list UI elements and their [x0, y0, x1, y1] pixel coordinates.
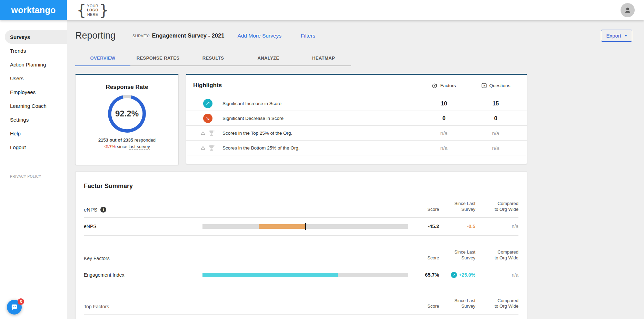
engagement-index-row: Engagement Index 65.7% ↗ +25.0% n/a — [84, 266, 518, 284]
questions-value: n/a — [470, 145, 522, 151]
highlights-footer-spacer — [186, 155, 527, 164]
factor-summary-card: Factor Summary eNPS i Score Since Last S… — [75, 171, 527, 319]
score-column-header: Score — [412, 255, 439, 261]
worktango-logo[interactable]: worktango — [0, 0, 67, 20]
response-delta-mid: since — [116, 144, 129, 149]
main-content: Reporting SURVEY: Engagement Survey - 20… — [67, 20, 644, 319]
enps-compared-value: n/a — [475, 224, 518, 229]
brand-text: worktango — [11, 5, 56, 15]
last-survey-link[interactable]: last survey — [129, 144, 150, 150]
response-rate-percent: 92.2% — [108, 95, 146, 133]
tab-results[interactable]: RESULTS — [186, 52, 241, 66]
survey-name: Engagement Survey - 2021 — [152, 32, 224, 39]
enps-zero-marker — [305, 223, 306, 230]
highlight-label: Scores in the Top 25% of the Org. — [222, 131, 418, 136]
highlight-row-top25: Scores in the Top 25% of the Org. n/a n/… — [186, 125, 527, 140]
svg-text:?: ? — [483, 84, 485, 87]
sidebar-item-employees[interactable]: Employees — [0, 85, 67, 99]
highlight-label: Scores in the Bottom 25% of the Org. — [222, 145, 418, 151]
enps-row-label: eNPS — [84, 224, 170, 229]
engagement-index-label: Engagement Index — [84, 272, 170, 278]
sidebar-item-action-planning[interactable]: Action Planning — [0, 58, 67, 71]
enps-section-header: eNPS i Score Since Last Survey Compared … — [84, 201, 518, 217]
target-arrow-icon — [432, 83, 438, 89]
top-factors-section-header: Top Factors Score Since Last Survey Comp… — [84, 298, 518, 315]
enps-bar-segment — [259, 224, 305, 229]
sidebar-item-learning-coach[interactable]: Learning Coach — [0, 99, 67, 113]
export-button[interactable]: Export ▾ — [601, 30, 632, 42]
logo-line-2: LOGO — [87, 8, 98, 12]
enps-label: eNPS — [84, 207, 97, 213]
questions-value: 15 — [470, 100, 522, 107]
sidebar-nav: Surveys Trends Action Planning Users Emp… — [0, 20, 67, 154]
score-column-header: Score — [412, 303, 439, 309]
logo-line-3: HERE — [87, 12, 98, 17]
enps-bar-track — [202, 224, 408, 229]
top-factors-label: Top Factors — [84, 304, 412, 309]
questions-column-header: ? Questions — [470, 83, 522, 89]
since-column-header: Since Last Survey — [439, 249, 475, 261]
tab-overview[interactable]: OVERVIEW — [75, 52, 130, 66]
enps-row: eNPS -45.2 -0.5 n/a — [84, 217, 518, 236]
person-icon — [624, 6, 632, 14]
compared-column-header: Compared to Org Wide — [475, 298, 518, 310]
highlight-row-decrease: ↘ Significant Decrease in Score 0 0 — [186, 111, 527, 125]
tab-response-rates[interactable]: RESPONSE RATES — [130, 52, 186, 66]
highlight-label: Significant Decrease in Score — [222, 116, 418, 121]
chat-launcher[interactable]: 5 — [7, 300, 22, 315]
left-brace-icon: { — [77, 3, 86, 17]
privacy-policy-link[interactable]: PRIVACY POLICY — [10, 175, 41, 178]
right-brace-icon: } — [99, 3, 109, 17]
response-rate-donut: 92.2% — [108, 95, 146, 133]
add-more-surveys-link[interactable]: Add More Surveys — [237, 33, 281, 39]
survey-label: SURVEY: — [132, 34, 150, 38]
tab-heatmap[interactable]: HEATMAP — [296, 52, 351, 66]
warning-icon — [201, 146, 205, 150]
questions-header-label: Questions — [489, 83, 511, 88]
compared-column-header: Compared to Org Wide — [475, 249, 518, 261]
factors-column-header: Factors — [418, 83, 470, 89]
tab-analyze[interactable]: ANALYZE — [241, 52, 296, 66]
key-factors-text: Key Factors — [84, 256, 110, 261]
warning-icon — [201, 131, 205, 135]
enps-score: -45.2 — [412, 224, 439, 229]
page-title: Reporting — [75, 30, 116, 41]
compared-column-header: Compared to Org Wide — [475, 201, 518, 213]
sidebar-item-help[interactable]: Help — [0, 126, 67, 140]
trophy-icon — [208, 130, 215, 137]
sidebar: Surveys Trends Action Planning Users Emp… — [0, 20, 67, 319]
enps-since-value: -0.5 — [467, 224, 475, 229]
highlight-row-increase: ↗ Significant Increase in Score 10 15 — [186, 96, 527, 111]
questions-value: 0 — [470, 115, 522, 122]
trophy-icon — [208, 144, 215, 152]
increase-arrow-icon: ↗ — [203, 99, 212, 108]
chevron-down-icon: ▾ — [625, 34, 627, 38]
engagement-bar-track — [202, 273, 408, 277]
engagement-since-value: +25.0% — [459, 272, 475, 278]
export-label: Export — [606, 33, 621, 39]
score-column-header: Score — [412, 207, 439, 213]
filters-link[interactable]: Filters — [301, 33, 315, 39]
factors-value: 0 — [418, 115, 470, 122]
logo-placeholder-text: YOUR LOGO HERE — [87, 4, 98, 17]
enps-bar — [170, 224, 412, 229]
responded-count: 2153 out of 2335 responded — [76, 137, 178, 143]
sidebar-item-logout[interactable]: Logout — [0, 140, 67, 154]
top-bar: worktango { YOUR LOGO HERE } — [0, 0, 644, 20]
user-avatar[interactable] — [621, 3, 635, 17]
question-box-icon: ? — [481, 83, 487, 89]
info-icon[interactable]: i — [100, 207, 106, 213]
response-delta-line: -2.7% since last survey — [76, 144, 178, 149]
sidebar-item-settings[interactable]: Settings — [0, 113, 67, 126]
sidebar-item-surveys[interactable]: Surveys — [5, 30, 67, 44]
sidebar-item-users[interactable]: Users — [0, 71, 67, 85]
increase-arrow-icon: ↗ — [451, 272, 457, 278]
factors-value: n/a — [418, 145, 470, 151]
engagement-bar — [170, 273, 412, 277]
highlight-row-bottom25: Scores in the Bottom 25% of the Org. n/a… — [186, 140, 527, 155]
decrease-arrow-icon: ↘ — [203, 114, 212, 123]
questions-value: n/a — [470, 130, 522, 136]
engagement-compared-value: n/a — [475, 272, 518, 278]
sidebar-item-trends[interactable]: Trends — [0, 44, 67, 58]
report-tabs: OVERVIEW RESPONSE RATES RESULTS ANALYZE … — [75, 52, 351, 66]
